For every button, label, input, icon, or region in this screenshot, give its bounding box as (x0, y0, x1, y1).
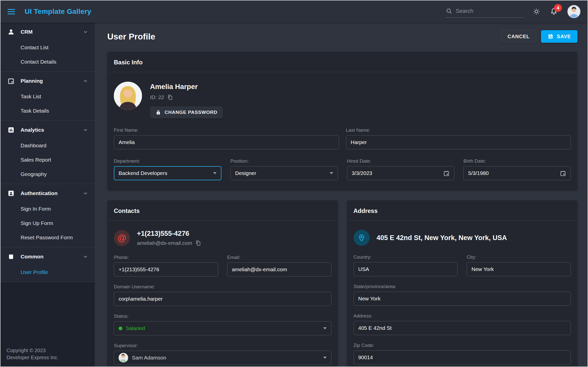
page-title: User Profile (107, 32, 155, 41)
address-card: Address 405 E 42nd St, New York, New Yor… (347, 200, 578, 366)
sidebar-item-contact-details[interactable]: Contact Details (1, 55, 95, 69)
country-input[interactable] (354, 262, 458, 276)
sidebar-group-header-planning[interactable]: Planning (1, 73, 95, 89)
address-card-header: Address (347, 200, 578, 221)
search-input[interactable] (456, 8, 522, 14)
sidebar-group-crm: CRM Contact List Contact Details (1, 23, 95, 72)
supervisor-select[interactable]: Sam Adamson (114, 351, 331, 365)
address-title: Address (354, 207, 571, 214)
state-input[interactable] (354, 292, 571, 306)
sidebar-group-header-crm[interactable]: CRM (1, 24, 95, 40)
page-header: User Profile CANCEL SAVE (107, 30, 577, 43)
copyright-line-1: Copyright © 2023 (7, 347, 89, 354)
contacts-card: Contacts @ +1(213)555-4276 ameliah@dx-em… (107, 200, 338, 366)
summary-phone: +1(213)555-4276 (137, 230, 201, 238)
sidebar-item-sign-in-form[interactable]: Sign In Form (1, 202, 95, 216)
department-value: Backend Developers (119, 170, 167, 176)
sidebar-item-task-details[interactable]: Task Details (1, 104, 95, 118)
dropdown-caret-icon (323, 357, 327, 359)
basic-info-card-header: Basic Info (107, 52, 577, 72)
supervisor-avatar (119, 353, 128, 362)
status-select[interactable]: Salaried (114, 321, 331, 335)
contacts-title: Contacts (114, 207, 331, 214)
copy-id-icon[interactable] (167, 94, 173, 100)
bar-chart-icon (7, 126, 15, 133)
sidebar-item-sign-up-form[interactable]: Sign Up Form (1, 216, 95, 230)
phone-email-row: Phone: Email: (114, 255, 331, 277)
department-select[interactable]: Backend Developers (114, 166, 221, 180)
calendar-picker-icon[interactable] (443, 170, 450, 176)
user-avatar[interactable] (567, 5, 580, 18)
status-value: Salaried (126, 325, 145, 331)
copyright-notice: Copyright © 2023 Developer Express Inc. (1, 347, 95, 366)
sidebar-item-user-profile[interactable]: User Profile (1, 265, 95, 279)
cancel-button[interactable]: CANCEL (501, 30, 536, 43)
dropdown-caret-icon (213, 172, 217, 174)
summary-address: 405 E 42nd St, New York, New York, USA (377, 234, 507, 242)
summary-email-row: ameliah@dx-email.com (137, 240, 201, 246)
sidebar-item-dashboard[interactable]: Dashboard (1, 138, 95, 153)
chevron-down-icon (83, 127, 88, 133)
save-floppy-icon (548, 33, 554, 39)
last-name-input[interactable] (346, 135, 571, 149)
copy-email-icon[interactable] (195, 240, 201, 246)
at-sign-icon: @ (114, 230, 130, 246)
person-icon (7, 28, 15, 36)
calendar-icon (7, 77, 15, 84)
theme-toggle-sun-icon[interactable] (533, 8, 540, 15)
first-name-input[interactable] (114, 135, 339, 149)
contacts-summary-text: +1(213)555-4276 ameliah@dx-email.com (137, 230, 201, 246)
first-name-label: First Name: (114, 127, 339, 133)
location-pin-icon (354, 230, 370, 246)
basic-info-title: Basic Info (114, 59, 571, 66)
notifications-button[interactable]: 4 (550, 8, 558, 16)
profile-summary-text: Amelia Harper ID: 22 (150, 82, 223, 118)
status-label: Status: (114, 313, 331, 319)
email-input[interactable] (227, 262, 331, 277)
sidebar-item-geography[interactable]: Geography (1, 167, 95, 181)
sidebar-group-analytics: Analytics Dashboard Sales Report Geograp… (1, 121, 95, 184)
sidebar-group-header-common[interactable]: Common (1, 248, 95, 265)
save-button-label: SAVE (557, 34, 571, 39)
save-button[interactable]: SAVE (541, 30, 577, 43)
calendar-picker-icon[interactable] (560, 170, 566, 176)
sidebar-item-sales-report[interactable]: Sales Report (1, 153, 95, 167)
position-select[interactable]: Designer (230, 166, 338, 180)
sidebar-group-label: Planning (21, 78, 43, 84)
hired-date-value: 3/3/2023 (352, 170, 372, 176)
address-card-body: 405 E 42nd St, New York, New York, USA C… (347, 221, 578, 366)
sidebar-group-authentication: Authentication Sign In Form Sign Up Form… (1, 184, 95, 247)
street-address-input[interactable] (354, 321, 571, 335)
search-box[interactable] (445, 6, 523, 18)
sidebar-item-task-list[interactable]: Task List (1, 89, 95, 104)
sidebar-item-reset-password-form[interactable]: Reset Password Form (1, 230, 95, 245)
chevron-down-icon (83, 29, 88, 35)
birth-date-input[interactable]: 5/3/1980 (463, 166, 571, 180)
country-field: Country: (354, 254, 458, 276)
hired-date-label: Hired Date: (347, 158, 455, 164)
phone-input[interactable] (114, 262, 218, 277)
birth-date-field: Birth Date: 5/3/1980 (463, 158, 571, 180)
change-password-button[interactable]: CHANGE PASSWORD (150, 106, 223, 118)
search-icon (446, 8, 452, 14)
sidebar-item-contact-list[interactable]: Contact List (1, 40, 95, 55)
email-field: Email: (227, 255, 331, 277)
hired-date-input[interactable]: 3/3/2023 (347, 166, 455, 180)
country-label: Country: (354, 254, 458, 260)
city-label: City: (467, 254, 571, 260)
sidebar-group-header-analytics[interactable]: Analytics (1, 122, 95, 138)
profile-id-text: ID: 22 (150, 94, 164, 100)
sidebar-group-header-authentication[interactable]: Authentication (1, 185, 95, 202)
profile-summary: Amelia Harper ID: 22 (114, 82, 571, 118)
status-field: Status: Salaried (114, 313, 331, 335)
zip-code-input[interactable] (354, 350, 571, 364)
notification-count-badge: 4 (554, 4, 562, 12)
hamburger-menu-icon[interactable] (8, 9, 15, 14)
domain-username-input[interactable] (114, 292, 331, 306)
basic-info-card: Basic Info Amelia Harper ID: 22 (107, 52, 577, 190)
zip-code-label: Zip Code: (354, 343, 571, 348)
main-content: User Profile CANCEL SAVE Basic Info (95, 23, 587, 366)
top-bar-right: 4 (445, 5, 580, 18)
city-input[interactable] (467, 262, 571, 276)
phone-field: Phone: (114, 255, 218, 277)
